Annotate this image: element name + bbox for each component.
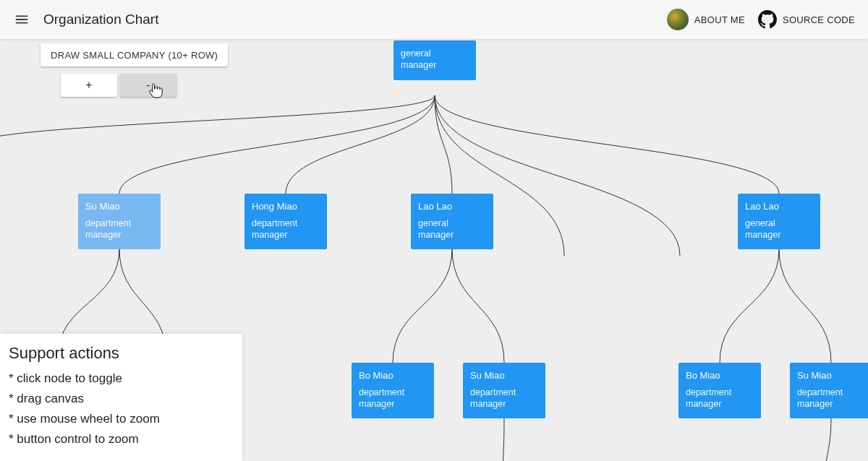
org-node[interactable]: Su Miaodepartment manager [790, 363, 868, 418]
source-code-label: SOURCE CODE [783, 14, 855, 25]
draw-company-button[interactable]: DRAW SMALL COMPANY (10+ ROW) [41, 43, 228, 66]
org-node-role: general manager [418, 217, 486, 241]
org-node-name: Bo Miao [359, 370, 427, 382]
org-link [435, 95, 779, 194]
toolbar: DRAW SMALL COMPANY (10+ ROW) + - [41, 43, 228, 97]
org-node[interactable]: Su Miaodepartment manager [463, 363, 545, 418]
org-link [503, 418, 504, 461]
org-link [119, 95, 435, 194]
info-panel-title: Support actions [9, 344, 234, 363]
org-node-name: Su Miao [85, 201, 153, 213]
info-line: * drag canvas [9, 389, 234, 409]
menu-button[interactable] [4, 2, 39, 37]
org-link [825, 418, 831, 461]
page-title: Organization Chart [43, 12, 158, 27]
app-header: Organization Chart ABOUT ME SOURCE CODE [0, 0, 868, 39]
org-node-role: department manager [686, 387, 754, 410]
org-link [0, 95, 435, 146]
info-panel: Support actions * click node to toggle *… [0, 334, 242, 461]
info-line: * use mouse wheel to zoom [9, 409, 234, 429]
org-node[interactable]: Lao Laogeneral manager [738, 194, 820, 249]
menu-icon [14, 12, 30, 27]
org-link [286, 95, 435, 194]
source-code-link[interactable]: SOURCE CODE [758, 10, 855, 29]
info-line: * click node to toggle [9, 369, 234, 389]
org-node-role: department manager [252, 217, 320, 241]
org-link [435, 95, 452, 194]
avatar [667, 9, 689, 30]
org-node[interactable]: general manager [393, 40, 476, 80]
org-link [720, 249, 779, 363]
org-node-role: department manager [470, 387, 538, 410]
org-node[interactable]: Hong Miaodepartment manager [244, 194, 327, 249]
org-node-name: Lao Lao [745, 201, 813, 213]
org-node-name: Lao Lao [418, 201, 486, 213]
org-link [393, 249, 452, 363]
info-line: * button control to zoom [9, 429, 234, 449]
zoom-in-button[interactable]: + [61, 74, 117, 97]
org-node-name: Bo Miao [686, 370, 754, 382]
org-node-role: general manager [401, 48, 469, 72]
org-link [452, 249, 504, 363]
org-node[interactable]: Bo Miaodepartment manager [352, 363, 434, 418]
org-node-role: department manager [85, 217, 153, 241]
org-node-role: department manager [359, 387, 427, 410]
zoom-out-button[interactable]: - [120, 74, 176, 97]
github-icon [758, 10, 777, 29]
org-node[interactable]: Bo Miaodepartment manager [678, 363, 761, 418]
org-node-name: Su Miao [797, 370, 865, 382]
org-node[interactable]: Su Miaodepartment manager [78, 194, 161, 249]
about-me-link[interactable]: ABOUT ME [667, 9, 745, 30]
org-node[interactable]: Lao Laogeneral manager [411, 194, 493, 249]
org-node-name: Su Miao [470, 370, 538, 382]
about-me-label: ABOUT ME [694, 14, 745, 25]
org-link [779, 249, 831, 363]
org-node-role: department manager [797, 387, 865, 410]
org-node-role: general manager [745, 217, 813, 241]
org-node-name: Hong Miao [252, 201, 320, 213]
